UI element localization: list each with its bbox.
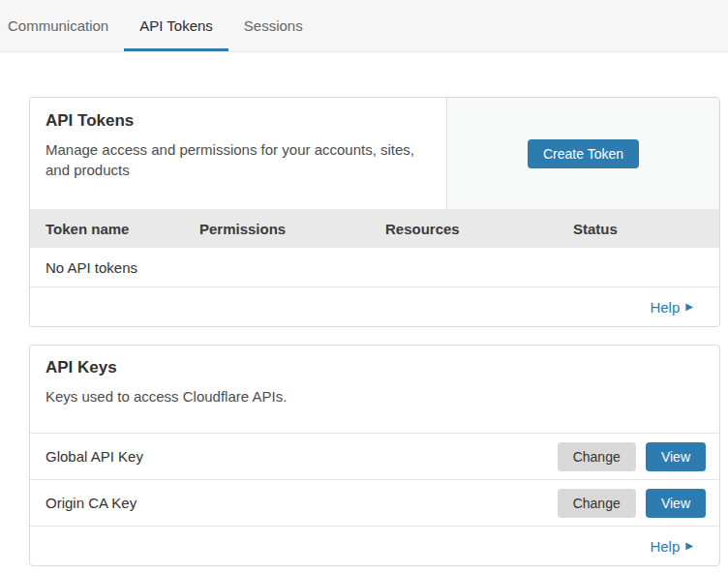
tokens-help-link[interactable]: Help▶: [650, 299, 693, 316]
key-row-global-api-key: Global API Key Change View: [30, 433, 719, 479]
tab-api-tokens[interactable]: API Tokens: [124, 0, 228, 51]
change-origin-ca-key-button[interactable]: Change: [558, 489, 636, 518]
help-link-label: Help: [650, 299, 680, 316]
column-header-permissions: Permissions: [199, 221, 385, 237]
api-tokens-action-panel: Create Token: [446, 98, 719, 209]
api-tokens-title: API Tokens: [46, 111, 431, 131]
tab-label: API Tokens: [139, 17, 213, 34]
help-arrow-icon: ▶: [685, 541, 693, 551]
api-tokens-card: API Tokens Manage access and permissions…: [29, 97, 720, 327]
column-header-resources: Resources: [385, 221, 573, 237]
api-keys-description: Keys used to access Cloudflare APIs.: [46, 386, 423, 407]
view-origin-ca-key-button[interactable]: View: [646, 489, 706, 518]
keys-help-link[interactable]: Help▶: [650, 538, 693, 555]
keys-card-footer: Help▶: [30, 526, 719, 565]
view-global-api-key-button[interactable]: View: [646, 442, 706, 471]
tab-label: Communication: [8, 17, 108, 34]
change-global-api-key-button[interactable]: Change: [558, 442, 636, 471]
tab-sessions[interactable]: Sessions: [228, 0, 318, 51]
help-arrow-icon: ▶: [685, 302, 693, 312]
key-row-origin-ca-key: Origin CA Key Change View: [30, 479, 719, 526]
settings-tabbar: Communication API Tokens Sessions: [0, 0, 728, 52]
api-tokens-card-header: API Tokens Manage access and permissions…: [30, 98, 719, 209]
tab-label: Sessions: [244, 17, 303, 34]
api-keys-card: API Keys Keys used to access Cloudflare …: [29, 345, 720, 566]
api-tokens-description: Manage access and permissions for your a…: [46, 139, 423, 180]
api-keys-title: API Keys: [46, 358, 704, 377]
api-keys-card-header: API Keys Keys used to access Cloudflare …: [30, 346, 719, 433]
tokens-empty-message: No API tokens: [46, 259, 137, 276]
create-token-button[interactable]: Create Token: [528, 139, 639, 168]
key-row-actions: Change View: [558, 489, 706, 518]
key-row-label: Global API Key: [46, 448, 143, 465]
tokens-card-footer: Help▶: [30, 287, 719, 326]
column-header-token-name: Token name: [30, 221, 199, 237]
tab-communication[interactable]: Communication: [0, 0, 124, 51]
key-row-label: Origin CA Key: [46, 495, 136, 511]
key-row-actions: Change View: [558, 442, 706, 471]
column-header-status: Status: [573, 221, 719, 237]
tokens-empty-row: No API tokens: [30, 248, 719, 287]
tokens-table-header: Token name Permissions Resources Status: [30, 209, 719, 248]
api-tokens-header-text: API Tokens Manage access and permissions…: [30, 98, 446, 209]
help-link-label: Help: [650, 538, 680, 555]
